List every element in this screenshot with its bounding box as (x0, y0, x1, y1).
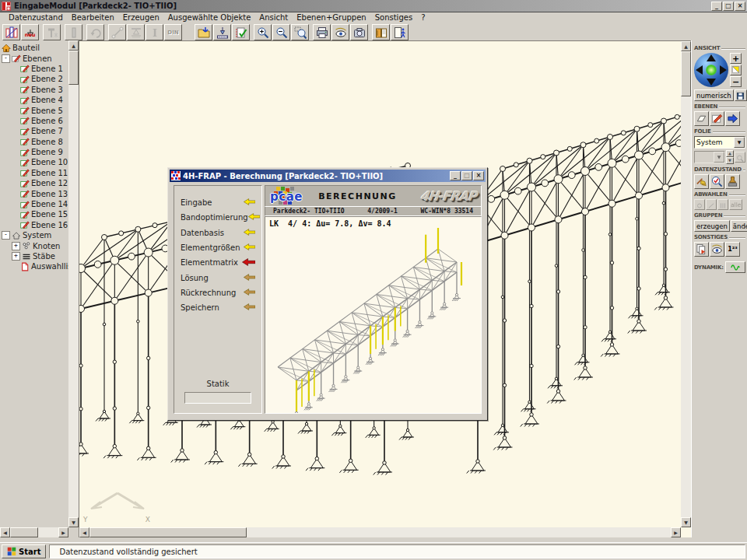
scroll-down-icon[interactable]: ▼ (681, 517, 691, 527)
toolbar-zoomrect-button[interactable] (291, 24, 309, 40)
dialog-titlebar[interactable]: 4H-FRAP - Berechnung [Parkdeck2- TIO+TII… (170, 170, 486, 182)
collapse-icon[interactable]: - (2, 231, 10, 240)
toolbar-zoomout-button[interactable] (272, 24, 290, 40)
tree-item-ebene-1[interactable]: Ebene 1 (0, 64, 68, 74)
tree-item-ebene-7[interactable]: Ebene 7 (0, 126, 68, 136)
maximize-button[interactable]: □ (723, 2, 734, 11)
menu-item--[interactable]: ? (417, 12, 429, 23)
menu-item-sonstiges[interactable]: Sonstiges (371, 12, 416, 23)
menu-item-bearbeiten[interactable]: Bearbeiten (68, 12, 118, 23)
tree-horizontal-scrollbar[interactable]: ◀ ▶ (0, 527, 68, 537)
tree-item-ebene-11[interactable]: Ebene 11 (0, 168, 68, 178)
group-create-button[interactable]: erzeugen (694, 220, 730, 232)
toolbar-neu-button[interactable]: neu (21, 24, 39, 40)
toolbar-camera-button[interactable] (350, 24, 368, 40)
tree-item-system[interactable]: -System (0, 230, 68, 240)
copy-page-button[interactable] (694, 242, 709, 257)
tree-item-bauteil[interactable]: Bauteil (0, 43, 68, 53)
dialog-step-bandoptimierung[interactable]: Bandoptimierung (174, 210, 261, 225)
tree-item-ebene-9[interactable]: Ebene 9 (0, 147, 68, 157)
scrollbar-thumb[interactable] (68, 51, 79, 85)
tree-item-auswahllist[interactable]: Auswahllist (0, 261, 68, 271)
tree-item-ebenen[interactable]: -Ebenen (0, 53, 68, 63)
rotate-up-icon[interactable] (707, 54, 716, 61)
view-rotate-control[interactable] (694, 53, 728, 87)
ebene-next-button[interactable] (725, 111, 740, 126)
zoom-in-button[interactable]: + (730, 53, 742, 64)
dialog-step-datenbasis[interactable]: Datenbasis (174, 226, 261, 240)
tree-item-knoten[interactable]: +Knoten (0, 240, 68, 250)
toolbar-bookcheck-button[interactable] (232, 24, 250, 40)
scroll-up-icon[interactable]: ▲ (68, 40, 79, 51)
menu-item-erzeugen[interactable]: Erzeugen (119, 12, 163, 23)
dialog-step-elementgr-en[interactable]: Elementgrößen (174, 240, 261, 255)
tree-item-ebene-14[interactable]: Ebene 14 (0, 199, 68, 209)
dynamik-button[interactable] (725, 261, 745, 273)
tree-item-ebene-6[interactable]: Ebene 6 (0, 116, 68, 126)
stamp-data-button[interactable] (725, 174, 740, 189)
numbering-button[interactable]: 1²³ (725, 242, 740, 257)
tree-item-ebene-3[interactable]: Ebene 3 (0, 85, 68, 95)
collapse-icon[interactable]: - (2, 54, 10, 63)
contrast-button[interactable] (730, 65, 742, 75)
folie-stepper[interactable]: ▲▼ (726, 150, 734, 164)
ebene-select-button[interactable] (694, 111, 709, 126)
minimize-button[interactable]: _ (711, 2, 722, 11)
scroll-down-icon[interactable]: ▼ (68, 517, 79, 527)
toolbar-books-button[interactable] (372, 24, 390, 40)
chevron-down-icon[interactable]: ▼ (734, 137, 745, 148)
dialog-step-speichern[interactable]: Speichern (174, 300, 261, 315)
tree-item-ebene-4[interactable]: Ebene 4 (0, 95, 68, 105)
scroll-up-icon[interactable]: ▲ (681, 41, 691, 51)
menu-item-ausgew-hlte-objekte[interactable]: Ausgewählte Objekte (164, 12, 255, 23)
scrollbar-thumb[interactable] (681, 51, 691, 96)
expand-icon[interactable]: + (12, 252, 20, 261)
scroll-left-icon[interactable]: ◀ (79, 527, 89, 537)
toolbar-plumb-button[interactable] (213, 24, 231, 40)
scroll-left-icon[interactable]: ◀ (0, 527, 10, 537)
numerisch-button[interactable]: numerisch (694, 89, 734, 101)
canvas-vertical-scrollbar[interactable]: ▲ ▼ (681, 41, 691, 527)
tree-item-ebene-2[interactable]: Ebene 2 (0, 74, 68, 84)
toolbar-exit-button[interactable] (391, 24, 409, 40)
toolbar-levels-button[interactable] (2, 24, 20, 40)
dialog-step-eingabe[interactable]: Eingabe (174, 195, 261, 210)
visibility-button[interactable] (710, 242, 724, 257)
toolbar-printer-button[interactable] (313, 24, 331, 40)
rotate-left-icon[interactable] (696, 65, 703, 75)
scroll-right-icon[interactable]: ▶ (58, 527, 68, 537)
group-change-button[interactable]: ändern (731, 220, 747, 232)
tree-item-ebene-5[interactable]: Ebene 5 (0, 105, 68, 115)
tree-item-ebene-8[interactable]: Ebene 8 (0, 137, 68, 147)
clean-data-button[interactable] (694, 174, 709, 189)
close-button[interactable]: × (735, 2, 745, 11)
menu-item-datenzustand[interactable]: Datenzustand (5, 12, 67, 23)
dialog-step-l-sung[interactable]: Lösung (174, 270, 261, 285)
toolbar-folder-button[interactable] (195, 24, 212, 40)
toolbar-zoomin-button[interactable] (254, 24, 272, 40)
zoom-out-button[interactable]: − (730, 76, 742, 87)
rotate-right-icon[interactable] (720, 65, 727, 75)
tree-item-ebene-12[interactable]: Ebene 12 (0, 178, 68, 188)
tree-item-st-be[interactable]: +Stäbe (0, 251, 68, 261)
dialog-close-button[interactable]: × (473, 171, 484, 180)
rotate-down-icon[interactable] (707, 79, 716, 86)
folie-select[interactable]: System ▼ (694, 136, 745, 149)
tree-item-ebene-13[interactable]: Ebene 13 (0, 188, 68, 198)
tree-vertical-scrollbar[interactable]: ▲ ▼ (68, 40, 79, 527)
tree-item-ebene-10[interactable]: Ebene 10 (0, 157, 68, 167)
tree-item-ebene-16[interactable]: Ebene 16 (0, 220, 68, 230)
start-button[interactable]: Start (2, 544, 46, 558)
dialog-step-r-ckrechnung[interactable]: Rückrechnung (174, 285, 261, 300)
save-view-button[interactable] (735, 89, 747, 101)
menu-item-ebenen-gruppen[interactable]: Ebenen+Gruppen (293, 12, 370, 23)
scrollbar-thumb[interactable] (10, 527, 38, 537)
check-data-button[interactable] (710, 174, 724, 189)
menu-item-ansicht[interactable]: Ansicht (255, 12, 292, 23)
toolbar-eye-button[interactable] (331, 24, 349, 40)
expand-icon[interactable]: + (12, 242, 20, 250)
dialog-minimize-button[interactable]: _ (450, 171, 461, 180)
ebene-edit-button[interactable] (710, 111, 724, 126)
scroll-right-icon[interactable]: ▶ (671, 527, 681, 537)
scrollbar-thumb[interactable] (89, 527, 247, 537)
